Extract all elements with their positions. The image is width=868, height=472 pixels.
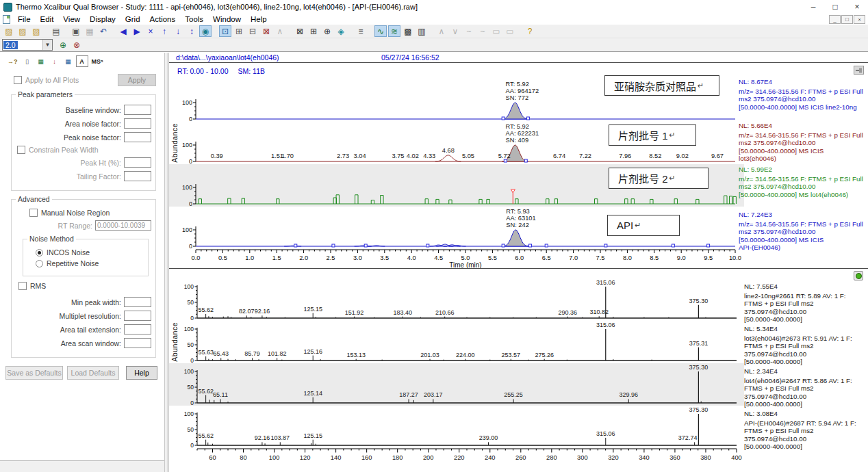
spectrum-trace-1[interactable]: 10050055.6282.0792.16125.15151.92183.402… <box>169 278 744 321</box>
area-noise-input[interactable] <box>124 118 151 129</box>
grid-add-icon[interactable]: ⊞ <box>307 25 320 37</box>
add-peak-icon[interactable]: ∧ <box>435 25 448 37</box>
menu-edit[interactable]: Edit <box>36 14 59 24</box>
grid-center-icon[interactable]: ⊕ <box>321 25 333 37</box>
menu-help[interactable]: Help <box>246 14 272 24</box>
shift-down-icon[interactable]: ↓ <box>172 25 184 37</box>
restore-button[interactable]: □ <box>824 2 846 12</box>
noise-method-group: Noise Method INCOS Noise Repetitive Nois… <box>23 235 149 276</box>
next-icon[interactable]: ▶ <box>131 25 143 37</box>
undo-peak-icon[interactable]: ▭ <box>504 25 516 37</box>
rt-range-input[interactable] <box>95 220 151 231</box>
mdi-close-button[interactable]: × <box>854 15 865 24</box>
apply-button[interactable]: Apply <box>118 74 156 86</box>
chromatogram-view-icon[interactable]: ∿ <box>374 25 387 37</box>
apply-all-checkbox[interactable] <box>14 76 22 84</box>
normalize-icon[interactable]: ◉ <box>199 25 212 37</box>
menu-grid[interactable]: Grid <box>120 14 145 24</box>
help-button[interactable]: Help <box>126 366 157 380</box>
split-peak-icon[interactable]: ~ <box>476 25 489 37</box>
close-button[interactable]: × <box>846 2 868 12</box>
area-tail-input[interactable] <box>124 324 151 335</box>
undo-icon[interactable]: ↶ <box>97 25 110 37</box>
chromatogram-cell[interactable]: RT: 0.00 - 10.00SM: 11B Relative Abundan… <box>169 62 868 268</box>
zoom-reset-icon[interactable]: ⊗ <box>71 39 83 51</box>
extend-peak-icon[interactable]: ~ <box>463 25 475 37</box>
zoom-in-icon[interactable]: ⊕ <box>57 39 69 51</box>
svg-text:290.36: 290.36 <box>558 309 577 316</box>
tab-grid[interactable]: ▦ <box>35 55 47 67</box>
spectrum-trace-2[interactable]: 10050055.6365.4385.79101.82125.16153.132… <box>169 321 744 363</box>
min-peak-width-input[interactable] <box>124 297 151 307</box>
svg-text:RT: 5.93: RT: 5.93 <box>506 208 529 215</box>
svg-text:300: 300 <box>577 454 588 461</box>
remove-peak-icon[interactable]: ∨ <box>449 25 461 37</box>
peak-ht-input[interactable] <box>124 157 151 168</box>
report-view-icon[interactable]: ▥ <box>416 25 428 37</box>
menu-actions[interactable]: Actions <box>145 14 181 24</box>
incos-noise-radio[interactable] <box>36 249 43 257</box>
manual-noise-label: Manual Noise Region <box>41 209 110 217</box>
multiplet-resolution-input[interactable] <box>124 311 151 321</box>
grid-reset-icon[interactable]: ⊠ <box>294 25 306 37</box>
svg-text:82.07: 82.07 <box>239 308 255 315</box>
load-defaults-button[interactable]: Load Defaults <box>67 366 119 380</box>
svg-text:55.63: 55.63 <box>198 349 214 356</box>
tab-annotate[interactable]: A <box>76 55 88 67</box>
copy-icon[interactable]: ▣ <box>70 25 82 37</box>
print-icon[interactable]: ▤ <box>50 25 62 37</box>
peak-detect-icon[interactable]: ∧ <box>274 25 286 37</box>
rms-checkbox[interactable] <box>18 282 27 290</box>
grid-color-icon[interactable]: ◈ <box>335 25 347 37</box>
sample-callout-2: 片剂批号 1↵ <box>609 124 696 146</box>
display-options-icon[interactable]: ⊡ <box>219 25 231 37</box>
expand-range-icon[interactable]: ↕ <box>186 25 198 37</box>
menu-display[interactable]: Display <box>85 14 120 24</box>
menu-view[interactable]: View <box>58 14 85 24</box>
repetitive-noise-radio[interactable] <box>36 260 43 267</box>
delete-cell-icon[interactable]: ⊠ <box>260 25 272 37</box>
tab-pinning[interactable]: →? <box>5 55 20 67</box>
file-path: d:\data\...\yaxiaoan\lot4(eh0046) <box>176 53 279 62</box>
minimize-button[interactable]: – <box>802 2 824 12</box>
help-icon[interactable]: ? <box>524 25 536 37</box>
menu-file[interactable]: File <box>13 14 36 24</box>
tailing-factor-input[interactable] <box>124 171 151 181</box>
spectrum-trace-3[interactable]: 10050055.6265.11125.14187.27203.17255.25… <box>169 363 744 406</box>
panel-splitter[interactable] <box>164 53 168 472</box>
spectrum-cell[interactable]: Relative Abundance 10050055.6282.0792.16… <box>169 268 868 472</box>
open-study-icon[interactable]: ▨ <box>16 25 29 37</box>
open-file-icon[interactable]: ▨ <box>3 25 15 37</box>
baseline-window-input[interactable] <box>124 105 151 115</box>
menu-window[interactable]: Window <box>208 14 246 24</box>
previous-icon[interactable]: ◀ <box>117 25 129 37</box>
spectrum-trace-4[interactable]: 10050055.6292.16103.87125.15239.00315.06… <box>169 406 744 448</box>
pin-cell-icon[interactable]: ⊟ <box>246 25 259 37</box>
peak-noise-input[interactable] <box>124 132 151 142</box>
save-defaults-button[interactable]: Save as Defaults <box>5 366 63 380</box>
levels-icon[interactable]: ≡ <box>355 25 367 37</box>
tab-msn[interactable]: MSⁿ <box>90 55 105 67</box>
manual-noise-checkbox[interactable] <box>29 209 38 217</box>
paste-icon[interactable]: ▦ <box>84 25 96 37</box>
map-view-icon[interactable]: ▩ <box>402 25 414 37</box>
spectrum-view-icon[interactable]: ≋ <box>388 25 400 37</box>
tab-info[interactable]: ▯ <box>21 55 34 67</box>
insert-cell-icon[interactable]: ⊞ <box>233 25 245 37</box>
status-orb-icon[interactable] <box>854 271 863 280</box>
menu-tools[interactable]: Tools <box>180 14 208 24</box>
svg-text:SN: 242: SN: 242 <box>506 222 529 228</box>
shift-up-icon[interactable]: ↑ <box>158 25 170 37</box>
mdi-restore-button[interactable]: □ <box>841 15 853 24</box>
reset-range-icon[interactable]: × <box>144 25 157 37</box>
tab-sort[interactable]: ↓ <box>49 55 61 67</box>
mdi-minimize-button[interactable]: _ <box>829 15 841 24</box>
pin-icon[interactable] <box>854 66 864 75</box>
area-scan-input[interactable] <box>124 338 151 348</box>
open-result-icon[interactable]: ▨ <box>30 25 42 37</box>
constrain-peak-width-checkbox[interactable] <box>17 146 25 154</box>
zoom-level-combo[interactable]: 2.0 ▼ <box>2 39 53 51</box>
tab-ranges[interactable]: ▦ <box>62 55 75 67</box>
combo-dropdown-icon[interactable]: ▼ <box>42 40 52 50</box>
manual-peak-icon[interactable]: ▭ <box>490 25 502 37</box>
